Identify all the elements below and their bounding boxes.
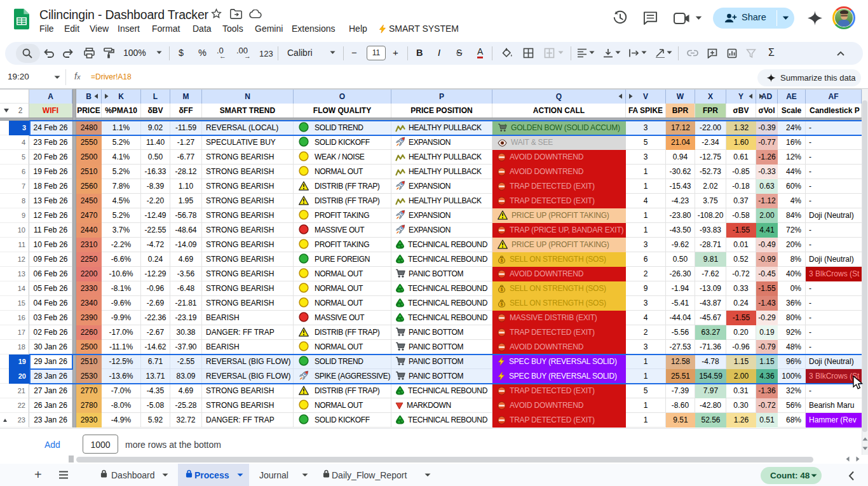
svg-text:$: $ (501, 287, 503, 292)
svg-text:$: $ (501, 302, 503, 307)
svg-text:$: $ (501, 258, 503, 263)
